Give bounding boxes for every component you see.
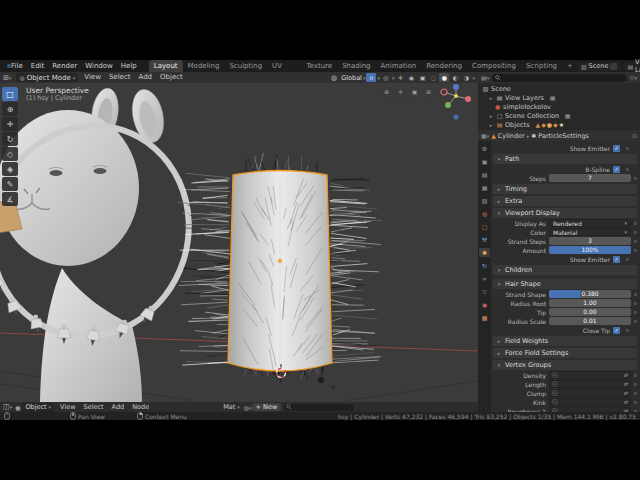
- decorator-icon[interactable]: [626, 258, 629, 261]
- menu-add[interactable]: Add: [135, 72, 157, 83]
- menu-view[interactable]: View: [80, 72, 105, 83]
- shader-search-field[interactable]: [284, 404, 354, 411]
- outliner-filter-icon[interactable]: ▽▾: [630, 74, 637, 81]
- perspective-toggle-icon[interactable]: ⊞: [423, 86, 434, 97]
- strand-shape-slider[interactable]: 0.380: [549, 290, 631, 298]
- tool-measure[interactable]: ∡: [2, 192, 18, 206]
- tab-object[interactable]: □: [479, 222, 490, 231]
- panel-extra[interactable]: ▸Extra: [493, 196, 637, 206]
- decorator-icon[interactable]: [634, 222, 637, 225]
- editor-type-icon[interactable]: ▦▾: [481, 132, 489, 139]
- shading-wireframe-icon[interactable]: ◌: [428, 73, 438, 82]
- tab-texture-paint[interactable]: Texture Paint: [302, 60, 338, 72]
- orientation-dropdown[interactable]: Global: [341, 74, 362, 82]
- decorator-icon[interactable]: [626, 329, 629, 332]
- gizmo-x-axis[interactable]: [465, 96, 471, 102]
- decorator-icon[interactable]: [634, 249, 637, 252]
- decorator-icon[interactable]: [634, 401, 637, 404]
- vg-length-field[interactable]: ⓥ⇄: [549, 380, 631, 388]
- tab-shading[interactable]: Shading: [337, 60, 375, 72]
- tab-scripting[interactable]: Scripting: [521, 60, 562, 72]
- outliner-row-objects[interactable]: ▸ ▤ Objects ▲ ◆ ● ◆ ★: [478, 120, 640, 129]
- pin-icon[interactable]: ⊙: [632, 132, 637, 139]
- outliner-row-scene-collection[interactable]: ▸ ▢ Scene Collection ▦: [478, 111, 640, 120]
- radius-root-field[interactable]: 1.00: [549, 299, 631, 307]
- gizmo-toggle-icon[interactable]: ✛: [395, 73, 405, 82]
- swap-icon[interactable]: ⇄: [623, 399, 628, 405]
- menu-object[interactable]: Object: [156, 72, 187, 83]
- outliner-row-world[interactable]: ● simplelockolov: [478, 102, 640, 111]
- swap-icon[interactable]: ⇄: [623, 381, 628, 387]
- tab-modifiers[interactable]: ⚒: [479, 235, 490, 244]
- disclosure-icon[interactable]: ▸: [488, 113, 494, 119]
- proportional-editing-icon[interactable]: ◎: [381, 73, 391, 82]
- radius-scale-field[interactable]: 0.01: [549, 317, 631, 325]
- disclosure-icon[interactable]: ▸: [488, 122, 494, 128]
- tool-cursor[interactable]: ⊕: [2, 102, 18, 116]
- pan-hand-icon[interactable]: ✛: [395, 86, 406, 97]
- tab-view-layer[interactable]: ▦: [479, 183, 490, 192]
- tool-scale[interactable]: ◇: [2, 147, 18, 161]
- tab-scene[interactable]: ▧: [479, 196, 490, 205]
- bspline-checkbox[interactable]: ✓: [613, 166, 620, 173]
- view-layer-selector[interactable]: ▤ View Layer: [624, 62, 640, 71]
- show-emitter-checkbox[interactable]: ✓: [613, 145, 620, 152]
- decorator-icon[interactable]: [634, 231, 637, 234]
- panel-viewport-display[interactable]: ▾Viewport Display: [493, 208, 637, 218]
- decorator-icon[interactable]: [626, 147, 629, 150]
- new-scene-icon[interactable]: [610, 63, 617, 70]
- decorator-icon[interactable]: [634, 320, 637, 323]
- decorator-icon[interactable]: [634, 374, 637, 377]
- menu-view[interactable]: View: [56, 402, 79, 413]
- viewport-3d[interactable]: □ ⊕ ✛ ↻ ◇ ◈ ✎ ∡ User Perspective (1) hsy…: [0, 83, 478, 402]
- shading-material-icon[interactable]: ◐: [450, 73, 460, 82]
- shading-solid-icon[interactable]: ●: [439, 73, 449, 82]
- shader-type-dropdown[interactable]: Object ▾: [22, 403, 54, 412]
- tool-rotate[interactable]: ↻: [2, 132, 18, 146]
- decorator-icon[interactable]: [626, 168, 629, 171]
- tab-uv-editing[interactable]: UV Editing: [267, 60, 301, 72]
- show-emitter-checkbox[interactable]: ✓: [613, 256, 620, 263]
- menu-select[interactable]: Select: [80, 402, 108, 413]
- decorator-icon[interactable]: [634, 177, 637, 180]
- breadcrumb-object[interactable]: Cylinder: [498, 132, 525, 140]
- panel-path[interactable]: ▾Path: [493, 154, 637, 164]
- outliner-row-scene[interactable]: ▧ Scene: [478, 84, 640, 93]
- tab-constraints[interactable]: ∞: [479, 274, 490, 283]
- xray-toggle-icon[interactable]: ▣: [417, 73, 427, 82]
- tab-modeling[interactable]: Modeling: [183, 60, 225, 72]
- tab-particles[interactable]: ✱: [479, 248, 490, 257]
- close-tip-checkbox[interactable]: ✓: [613, 327, 620, 334]
- tab-material[interactable]: ◉: [479, 300, 490, 309]
- tab-rendering[interactable]: Rendering: [421, 60, 467, 72]
- menu-add[interactable]: Add: [108, 402, 129, 413]
- color-dropdown[interactable]: Material▾: [549, 228, 631, 236]
- tab-texture[interactable]: ▩: [479, 313, 490, 322]
- new-material-button[interactable]: + New: [252, 403, 282, 411]
- scene-selector[interactable]: ▧ Scene: [578, 62, 621, 71]
- steps-slider[interactable]: 7: [549, 174, 631, 182]
- breadcrumb-settings[interactable]: ParticleSettings: [538, 132, 589, 140]
- editor-type-icon[interactable]: ◫▾: [0, 403, 15, 411]
- tab-sculpting[interactable]: Sculpting: [224, 60, 267, 72]
- strand-steps-slider[interactable]: 3: [549, 237, 631, 245]
- menu-render[interactable]: Render: [48, 60, 81, 72]
- material-slot[interactable]: Mat ▾: [223, 403, 240, 411]
- panel-children[interactable]: ▾Children: [493, 265, 637, 275]
- tool-select-box[interactable]: □: [2, 87, 18, 101]
- swap-icon[interactable]: ⇄: [623, 390, 628, 396]
- navigation-gizmo[interactable]: [438, 83, 474, 123]
- add-workspace-button[interactable]: +: [562, 60, 578, 72]
- shading-rendered-icon[interactable]: ◑: [461, 73, 471, 82]
- tab-output[interactable]: ▤: [479, 170, 490, 179]
- tab-physics[interactable]: ↻: [479, 261, 490, 270]
- llama-model[interactable]: [0, 86, 168, 402]
- decorator-icon[interactable]: [634, 392, 637, 395]
- gizmo-x-neg-axis[interactable]: [441, 89, 447, 95]
- panel-hair-shape[interactable]: ▾Hair Shape: [493, 279, 637, 289]
- swap-icon[interactable]: ⇄: [623, 372, 628, 378]
- tool-annotate[interactable]: ✎: [2, 177, 18, 191]
- amount-slider[interactable]: 100%: [549, 246, 631, 254]
- menu-edit[interactable]: Edit: [27, 60, 49, 72]
- gizmo-z-axis[interactable]: [453, 84, 459, 90]
